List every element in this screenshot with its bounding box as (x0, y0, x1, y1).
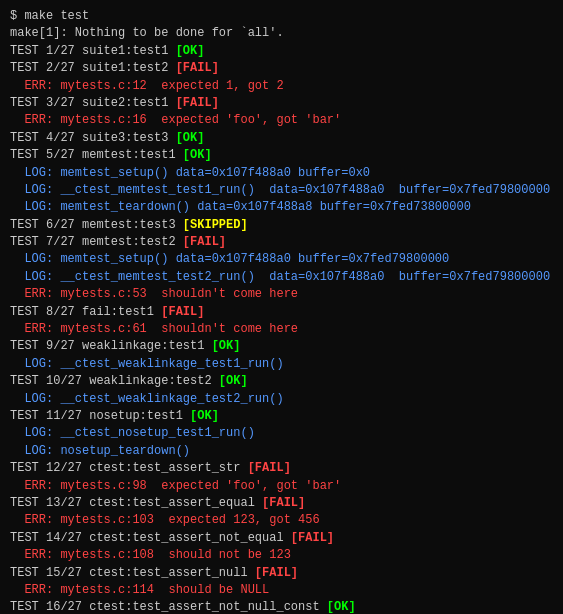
test-2-err: ERR: mytests.c:12 expected 1, got 2 (10, 78, 553, 95)
prompt-line: $ make test (10, 8, 553, 25)
test-10: TEST 10/27 weaklinkage:test2 [OK] (10, 373, 553, 390)
test-3: TEST 3/27 suite2:test1 [FAIL] (10, 95, 553, 112)
test-9: TEST 9/27 weaklinkage:test1 [OK] (10, 338, 553, 355)
test-14: TEST 14/27 ctest:test_assert_not_equal [… (10, 530, 553, 547)
test-15-err: ERR: mytests.c:114 should be NULL (10, 582, 553, 599)
test-12-err: ERR: mytests.c:98 expected 'foo', got 'b… (10, 478, 553, 495)
test-8-err: ERR: mytests.c:61 shouldn't come here (10, 321, 553, 338)
test-5: TEST 5/27 memtest:test1 [OK] (10, 147, 553, 164)
test-12: TEST 12/27 ctest:test_assert_str [FAIL] (10, 460, 553, 477)
test-16: TEST 16/27 ctest:test_assert_not_null_co… (10, 599, 553, 614)
test-7: TEST 7/27 memtest:test2 [FAIL] (10, 234, 553, 251)
test-13: TEST 13/27 ctest:test_assert_equal [FAIL… (10, 495, 553, 512)
test-5-log1: LOG: memtest_setup() data=0x107f488a0 bu… (10, 165, 553, 182)
test-4: TEST 4/27 suite3:test3 [OK] (10, 130, 553, 147)
test-5-log2: LOG: __ctest_memtest_test1_run() data=0x… (10, 182, 553, 199)
test-15: TEST 15/27 ctest:test_assert_null [FAIL] (10, 565, 553, 582)
test-10-log1: LOG: __ctest_weaklinkage_test2_run() (10, 391, 553, 408)
test-7-err: ERR: mytests.c:53 shouldn't come here (10, 286, 553, 303)
make-output: make[1]: Nothing to be done for `all'. (10, 25, 553, 42)
test-8: TEST 8/27 fail:test1 [FAIL] (10, 304, 553, 321)
test-1: TEST 1/27 suite1:test1 [OK] (10, 43, 553, 60)
test-11: TEST 11/27 nosetup:test1 [OK] (10, 408, 553, 425)
test-7-log2: LOG: __ctest_memtest_test2_run() data=0x… (10, 269, 553, 286)
test-5-log3: LOG: memtest_teardown() data=0x107f488a8… (10, 199, 553, 216)
terminal-window: $ make test make[1]: Nothing to be done … (10, 8, 553, 614)
test-9-log1: LOG: __ctest_weaklinkage_test1_run() (10, 356, 553, 373)
test-11-log2: LOG: nosetup_teardown() (10, 443, 553, 460)
test-11-log1: LOG: __ctest_nosetup_test1_run() (10, 425, 553, 442)
test-14-err: ERR: mytests.c:108 should not be 123 (10, 547, 553, 564)
test-13-err: ERR: mytests.c:103 expected 123, got 456 (10, 512, 553, 529)
test-2: TEST 2/27 suite1:test2 [FAIL] (10, 60, 553, 77)
test-6: TEST 6/27 memtest:test3 [SKIPPED] (10, 217, 553, 234)
test-3-err: ERR: mytests.c:16 expected 'foo', got 'b… (10, 112, 553, 129)
test-7-log1: LOG: memtest_setup() data=0x107f488a0 bu… (10, 251, 553, 268)
